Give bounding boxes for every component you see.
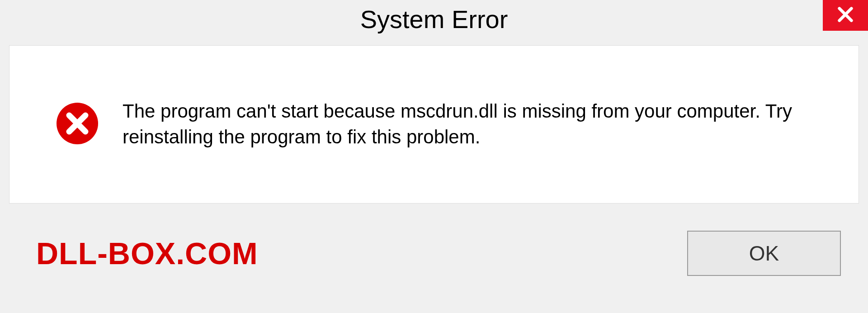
- bottom-bar: DLL-BOX.COM OK: [9, 204, 859, 303]
- content-area: The program can't start because mscdrun.…: [9, 45, 859, 204]
- window-title: System Error: [360, 5, 508, 34]
- brand-watermark: DLL-BOX.COM: [36, 236, 258, 271]
- close-icon: [836, 5, 854, 25]
- title-bar: System Error: [0, 0, 868, 41]
- error-icon: [55, 101, 100, 148]
- ok-button[interactable]: OK: [687, 231, 841, 276]
- error-message: The program can't start because mscdrun.…: [123, 99, 813, 150]
- ok-button-label: OK: [749, 241, 779, 266]
- close-button[interactable]: [823, 0, 868, 31]
